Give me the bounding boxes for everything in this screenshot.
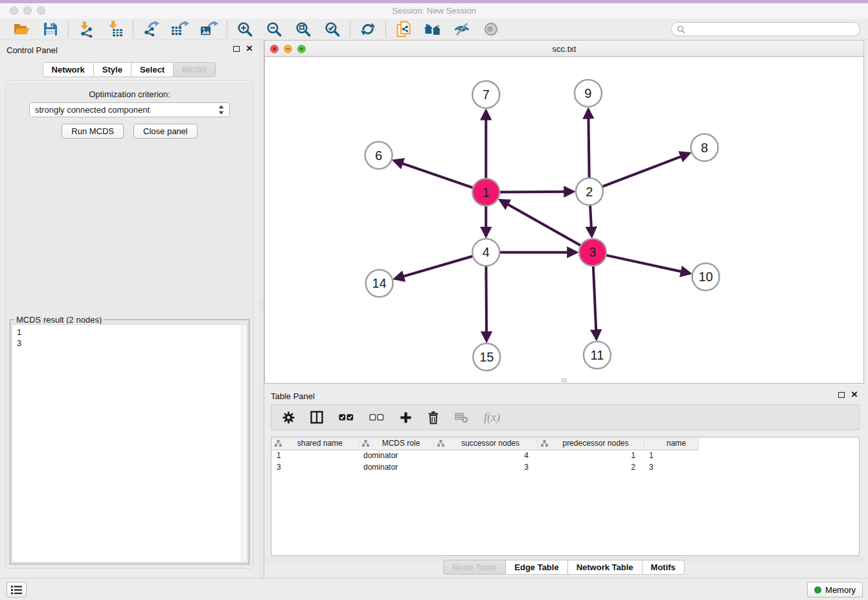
graph-node-1[interactable]: 1 <box>472 179 499 206</box>
column-header-mcds-role[interactable]: MCDS role <box>358 437 433 450</box>
column-settings-button[interactable] <box>282 408 295 426</box>
column-header-successor-nodes[interactable]: successor nodes <box>433 437 537 450</box>
graph-node-10[interactable]: 10 <box>692 263 720 290</box>
graph-edge-3-1[interactable] <box>500 200 581 246</box>
graph-edge-2-3[interactable] <box>590 205 592 237</box>
delete-column-button[interactable] <box>428 408 439 426</box>
graph-edge-2-9[interactable] <box>588 110 589 178</box>
close-window-button[interactable] <box>10 6 18 15</box>
hide-selected-button[interactable] <box>453 20 471 38</box>
tab-motifs[interactable]: Motifs <box>642 560 685 575</box>
tab-select[interactable]: Select <box>131 62 174 77</box>
cell-predecessor-nodes[interactable]: 2 <box>537 461 644 473</box>
select-all-rows-button[interactable] <box>339 408 354 426</box>
graph-node-14[interactable]: 14 <box>366 270 393 297</box>
tab-node-table[interactable]: Node Table <box>443 560 506 575</box>
zoom-window-button[interactable] <box>37 6 45 15</box>
cell-shared-name[interactable]: 3 <box>271 461 358 473</box>
close-table-panel-icon[interactable]: × <box>851 391 858 398</box>
graph-node-7[interactable]: 7 <box>472 81 499 108</box>
tab-style[interactable]: Style <box>93 62 131 77</box>
delete-table-button[interactable] <box>455 408 468 426</box>
graph-node-15[interactable]: 15 <box>473 343 500 371</box>
cell-shared-name[interactable]: 1 <box>271 450 358 461</box>
column-header-predecessor-nodes[interactable]: predecessor nodes <box>537 437 644 450</box>
export-network-button[interactable] <box>142 20 160 38</box>
mcds-panel-body: Optimization criterion: strongly connect… <box>5 80 254 569</box>
cell-name[interactable]: 1 <box>644 450 698 461</box>
graph-edge-4-15[interactable] <box>486 266 486 341</box>
mcds-result-text[interactable]: 1 3 <box>12 324 247 562</box>
graph-node-8[interactable]: 8 <box>691 134 718 161</box>
split-table-button[interactable] <box>310 408 323 426</box>
table-row[interactable]: 3 dominator 3 2 3 <box>271 461 698 473</box>
search-icon <box>677 25 685 34</box>
cell-predecessor-nodes[interactable]: 1 <box>537 450 644 461</box>
export-table-button[interactable] <box>171 20 189 38</box>
tab-network[interactable]: Network <box>43 62 94 77</box>
refresh-view-button[interactable] <box>359 20 377 38</box>
show-hidden-button[interactable] <box>482 20 500 38</box>
import-table-button[interactable] <box>106 20 124 38</box>
export-image-button[interactable] <box>200 20 218 38</box>
graph-node-3[interactable]: 3 <box>579 238 606 266</box>
cell-mcds-role[interactable]: dominator <box>358 450 433 461</box>
run-mcds-button[interactable]: Run MCDS <box>62 124 124 139</box>
column-header-name[interactable]: name <box>644 437 698 450</box>
search-input[interactable] <box>685 25 854 34</box>
tab-mcds[interactable]: MCDS <box>173 62 216 77</box>
cell-successor-nodes[interactable]: 3 <box>433 461 537 473</box>
network-minimize-icon[interactable] <box>284 45 292 53</box>
divider-handle[interactable] <box>260 302 263 311</box>
network-close-icon[interactable] <box>270 45 279 53</box>
home-layout-button[interactable] <box>424 20 442 38</box>
network-canvas[interactable]: 7968124314101511 <box>264 57 864 384</box>
add-column-button[interactable] <box>400 408 412 426</box>
graph-node-6[interactable]: 6 <box>365 142 393 169</box>
zoom-fit-button[interactable] <box>294 20 312 38</box>
function-builder-button[interactable]: f(x) <box>484 408 500 426</box>
cell-successor-nodes[interactable]: 4 <box>433 450 537 461</box>
zoom-selected-button[interactable] <box>323 20 341 38</box>
float-table-panel-icon[interactable] <box>838 392 845 398</box>
graph-edge-3-11[interactable] <box>593 266 597 339</box>
graph-node-9[interactable]: 9 <box>575 80 602 107</box>
close-panel-button[interactable]: Close panel <box>133 124 198 139</box>
tab-network-table[interactable]: Network Table <box>567 560 643 575</box>
close-panel-icon[interactable]: × <box>246 45 253 52</box>
task-history-button[interactable] <box>6 582 27 597</box>
column-header-shared-name[interactable]: shared name <box>271 437 358 450</box>
graph-node-4[interactable]: 4 <box>472 238 499 266</box>
save-session-button[interactable] <box>41 20 60 38</box>
tab-edge-table[interactable]: Edge Table <box>505 560 567 575</box>
zoom-out-button[interactable] <box>265 20 283 38</box>
cell-mcds-role[interactable]: dominator <box>358 461 433 473</box>
canvas-resize-handle[interactable] <box>562 378 567 382</box>
cell-name[interactable]: 3 <box>644 461 698 473</box>
graph-edge-4-14[interactable] <box>395 256 474 279</box>
graph-edge-2-8[interactable] <box>602 154 689 187</box>
memory-button[interactable]: Memory <box>807 582 863 597</box>
network-titlebar[interactable]: scc.txt <box>264 40 864 57</box>
status-bar: Memory <box>0 578 868 600</box>
network-maximize-icon[interactable] <box>297 45 306 53</box>
float-panel-icon[interactable] <box>233 46 240 52</box>
import-network-button[interactable] <box>77 20 95 38</box>
network-graph[interactable]: 7968124314101511 <box>265 57 863 383</box>
search-field[interactable] <box>671 22 860 36</box>
graph-node-11[interactable]: 11 <box>584 341 611 369</box>
graph-node-2[interactable]: 2 <box>576 178 603 205</box>
deselect-all-rows-button[interactable] <box>369 408 384 426</box>
graph-edge-1-2[interactable] <box>499 192 573 192</box>
graph-edge-3-10[interactable] <box>606 255 690 273</box>
graph-edge-1-6[interactable] <box>394 161 473 188</box>
zoom-in-button[interactable] <box>236 20 254 38</box>
panel-divider[interactable] <box>259 40 264 578</box>
table-row[interactable]: 1 dominator 4 1 1 <box>271 450 698 461</box>
optimization-criterion-dropdown[interactable]: strongly connected component <box>29 102 230 117</box>
open-session-button[interactable] <box>12 20 30 38</box>
duplicate-network-button[interactable] <box>394 20 413 38</box>
dropdown-selected-value: strongly connected component <box>35 105 150 115</box>
minimize-window-button[interactable] <box>23 6 32 15</box>
result-scrollbar[interactable] <box>241 325 247 562</box>
